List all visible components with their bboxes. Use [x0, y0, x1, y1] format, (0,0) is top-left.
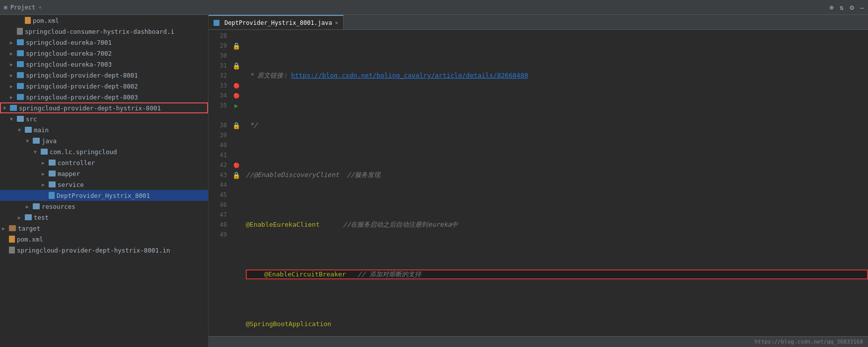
folder-icon — [10, 105, 17, 111]
gutter-43: 🔒 — [231, 170, 242, 180]
arrow: ▼ — [34, 149, 41, 155]
project-label: Project — [10, 4, 36, 11]
sidebar: pom.xml springcloud-consumer-hystrix-das… — [0, 15, 209, 347]
line-numbers: 28 29 30 31 32 33 34 35 38 39 40 41 42 4… — [209, 30, 231, 336]
sidebar-item-provider-8002[interactable]: ▶ springcloud-provider-dept-8002 — [0, 81, 208, 91]
file-icon — [9, 247, 15, 254]
sidebar-item-java[interactable]: ▼ java — [0, 135, 208, 146]
sidebar-item-provider-8001[interactable]: ▶ springcloud-provider-dept-8001 — [0, 70, 208, 81]
sidebar-item-src[interactable]: ▼ src — [0, 113, 208, 124]
item-label: DeptProvider_Hystrix_8001 — [57, 192, 150, 199]
folder-icon — [49, 171, 56, 176]
file-icon — [17, 28, 23, 35]
arrow: ▶ — [10, 62, 17, 67]
gutter-31: 🔒 — [231, 61, 242, 71]
code-line-32: @EnableCircuitBreaker // 添加对熔断的支持 — [246, 269, 868, 279]
sidebar-item-eureka-7002[interactable]: ▶ springcloud-eureka-7002 — [0, 48, 208, 59]
item-label: springcloud-eureka-7001 — [26, 39, 112, 46]
title-bar-left: ▣ Project ▾ — [4, 4, 42, 11]
sidebar-item-controller[interactable]: ▶ controller — [0, 157, 208, 168]
folder-icon — [49, 181, 56, 187]
folder-icon — [49, 160, 56, 166]
gear-icon[interactable]: ⚙ — [850, 3, 854, 11]
sidebar-item-DeptProvider[interactable]: DeptProvider_Hystrix_8001 — [0, 190, 208, 201]
arrow: ▶ — [26, 204, 33, 209]
arrow: ▶ — [10, 94, 17, 100]
sidebar-item-pom-xml-top[interactable]: pom.xml — [0, 15, 208, 26]
item-label: main — [34, 126, 49, 134]
folder-icon — [25, 127, 32, 133]
sidebar-item-hystrix-info[interactable]: springcloud-provider-dept-hystrix-8001.i… — [0, 245, 208, 256]
gutter-41 — [231, 150, 242, 160]
arrow: ▼ — [18, 127, 25, 133]
sidebar-item-provider-8003[interactable]: ▶ springcloud-provider-dept-8003 — [0, 91, 208, 102]
item-label: resources — [42, 203, 75, 210]
sidebar-item-eureka-7001[interactable]: ▶ springcloud-eureka-7001 — [0, 37, 208, 48]
arrow: ▼ — [26, 138, 33, 144]
sidebar-item-eureka-7003[interactable]: ▶ springcloud-eureka-7003 — [0, 59, 208, 70]
tab-close-icon[interactable]: ✕ — [335, 20, 338, 25]
arrow: ▶ — [2, 226, 9, 231]
folder-icon — [17, 116, 24, 122]
code-wrapper: 28 29 30 31 32 33 34 35 38 39 40 41 42 4… — [209, 30, 868, 336]
item-label: pom.xml — [17, 236, 43, 243]
code-line-29: */ — [246, 120, 868, 130]
arrow: ▶ — [42, 171, 49, 176]
tab-DeptProvider[interactable]: DeptProvider_Hystrix_8001.java ✕ — [209, 15, 344, 29]
item-label: springcloud-provider-dept-hystrix-8001.i… — [17, 247, 170, 254]
item-label: springcloud-provider-dept-8003 — [26, 93, 138, 101]
code-line-30: //@EnableDiscoveryClient //服务发现 — [246, 170, 868, 180]
sidebar-item-service[interactable]: ▶ service — [0, 179, 208, 190]
sidebar-item-consumer[interactable]: springcloud-consumer-hystrix-dashboard.i — [0, 26, 208, 37]
sidebar-item-com-lc[interactable]: ▼ com.lc.springcloud — [0, 146, 208, 157]
sidebar-item-mapper[interactable]: ▶ mapper — [0, 168, 208, 179]
tab-java-icon — [214, 20, 219, 26]
status-bar: https://blog.csdn.net/qq_36833168 — [209, 336, 868, 347]
project-arrow: ▾ — [38, 4, 42, 11]
sidebar-item-pom-xml[interactable]: pom.xml — [0, 234, 208, 245]
folder-icon — [33, 203, 40, 209]
folder-icon — [25, 214, 32, 220]
sidebar-item-main[interactable]: ▼ main — [0, 124, 208, 135]
folder-icon — [33, 138, 40, 144]
item-label: test — [34, 214, 49, 221]
item-label: springcloud-provider-dept-hystrix-8001 — [19, 104, 161, 112]
gutter-32 — [231, 71, 242, 81]
tab-bar: DeptProvider_Hystrix_8001.java ✕ — [209, 15, 868, 30]
arrow: ▶ — [42, 182, 49, 187]
gutter-34: 🔴 — [231, 90, 242, 100]
item-label: springcloud-provider-dept-8001 — [26, 72, 138, 79]
arrow: ▶ — [18, 215, 25, 220]
gutter-35[interactable]: ▶ — [231, 100, 242, 110]
arrow: ▶ — [10, 40, 17, 45]
sidebar-item-target[interactable]: ▶ target — [0, 223, 208, 234]
gutter-28 — [231, 31, 242, 41]
title-bar-icons: ⊕ ⇅ ⚙ — — [829, 3, 864, 11]
sidebar-item-test[interactable]: ▶ test — [0, 212, 208, 223]
globe-icon[interactable]: ⊕ — [829, 3, 833, 11]
arrow: ▼ — [3, 105, 10, 111]
gutter-blank — [231, 110, 242, 120]
folder-icon — [17, 72, 24, 78]
item-label: src — [26, 115, 37, 123]
gutter-44 — [231, 180, 242, 190]
folder-icon — [41, 149, 48, 155]
code-content: * 原文链接: https://blog.csdn.net/boling_cav… — [242, 30, 868, 336]
item-label: target — [18, 225, 40, 232]
status-url: https://blog.csdn.net/qq_36833168 — [754, 339, 863, 345]
code-line-31: @EnableEurekaClient //在服务启动之后自动注册到eureka… — [246, 220, 868, 230]
gutter-48 — [231, 220, 242, 230]
folder-icon — [17, 50, 24, 56]
tab-label: DeptProvider_Hystrix_8001.java — [224, 19, 332, 26]
main-area: pom.xml springcloud-consumer-hystrix-das… — [0, 15, 868, 347]
minus-icon[interactable]: — — [860, 3, 864, 11]
java-icon — [49, 192, 55, 199]
gutter-30 — [231, 51, 242, 61]
sidebar-item-hystrix-8001[interactable]: ▼ springcloud-provider-dept-hystrix-8001 — [0, 102, 208, 113]
gutter-49 — [231, 230, 242, 240]
sidebar-item-resources[interactable]: ▶ resources — [0, 201, 208, 212]
item-label: springcloud-consumer-hystrix-dashboard.i — [25, 28, 174, 35]
sort-icon[interactable]: ⇅ — [840, 3, 844, 11]
gutter-45 — [231, 190, 242, 200]
gutter-39 — [231, 130, 242, 140]
